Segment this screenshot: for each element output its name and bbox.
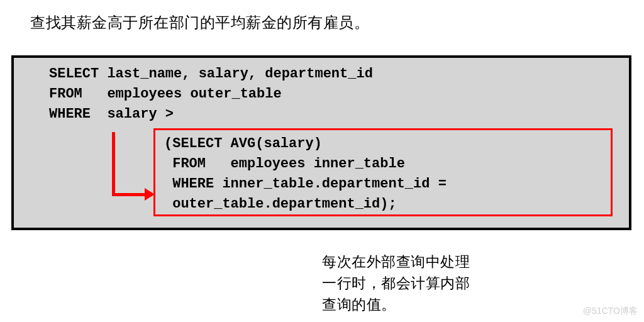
code-box: SELECT last_name, salary, department_id … <box>11 55 631 230</box>
code-line: (SELECT AVG(salary) <box>164 136 322 152</box>
code-line: WHERE salary > <box>49 106 174 122</box>
arrow-horizontal <box>112 193 147 196</box>
page-container: 查找其薪金高于所在部门的平均薪金的所有雇员。 SELECT last_name,… <box>0 0 644 322</box>
footer-note: 每次在外部查询中处理 一行时，都会计算内部 查询的值。 <box>322 252 470 316</box>
page-title: 查找其薪金高于所在部门的平均薪金的所有雇员。 <box>30 13 369 33</box>
code-line: SELECT last_name, salary, department_id <box>49 66 373 82</box>
footer-line: 每次在外部查询中处理 <box>322 252 470 273</box>
footer-line: 查询的值。 <box>322 294 470 316</box>
code-line: FROM employees outer_table <box>49 86 282 102</box>
code-line: FROM employees inner_table <box>164 156 405 172</box>
outer-query: SELECT last_name, salary, department_id … <box>49 64 373 125</box>
footer-line: 一行时，都会计算内部 <box>322 273 470 294</box>
code-line: outer_table.department_id); <box>164 196 397 212</box>
inner-subquery-box: (SELECT AVG(salary) FROM employees inner… <box>153 128 613 216</box>
arrow-vertical <box>112 132 115 196</box>
watermark: @51CTO博客 <box>583 306 638 317</box>
code-line: WHERE inner_table.department_id = <box>164 176 447 192</box>
